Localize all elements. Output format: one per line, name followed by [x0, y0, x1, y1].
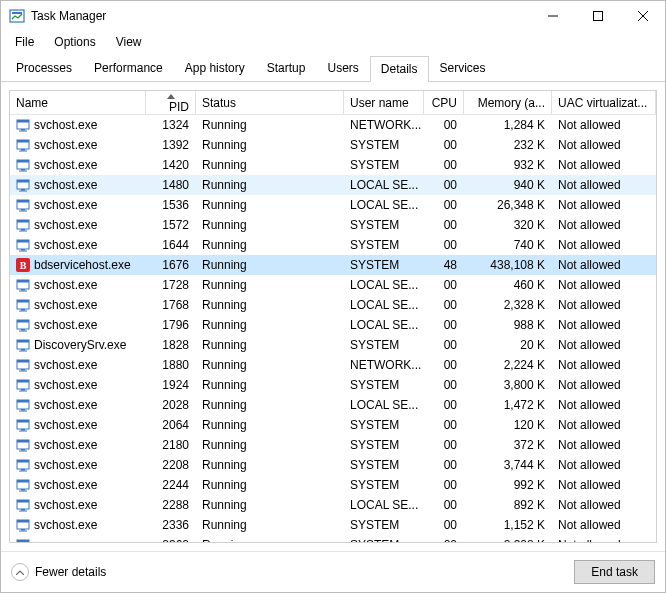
- cell-uac: Not allowed: [552, 395, 656, 415]
- cell-status: Running: [196, 335, 344, 355]
- cell-cpu: 00: [424, 155, 464, 175]
- table-row[interactable]: svchost.exe1768RunningLOCAL SE...002,328…: [10, 295, 656, 315]
- process-list[interactable]: svchost.exe1324RunningNETWORK...001,284 …: [10, 115, 656, 542]
- table-row[interactable]: svchost.exe2336RunningSYSTEM001,152 KNot…: [10, 515, 656, 535]
- cell-name: svchost.exe: [10, 495, 146, 515]
- table-row[interactable]: vmms.exe2360RunningSYSTEM002,308 KNot al…: [10, 535, 656, 542]
- col-header-cpu[interactable]: CPU: [424, 91, 464, 114]
- table-row[interactable]: svchost.exe1572RunningSYSTEM00320 KNot a…: [10, 215, 656, 235]
- cell-name: svchost.exe: [10, 175, 146, 195]
- table-row[interactable]: svchost.exe1796RunningLOCAL SE...00988 K…: [10, 315, 656, 335]
- cell-status: Running: [196, 195, 344, 215]
- cell-name: svchost.exe: [10, 135, 146, 155]
- table-row[interactable]: svchost.exe1392RunningSYSTEM00232 KNot a…: [10, 135, 656, 155]
- cell-cpu: 00: [424, 375, 464, 395]
- cell-status: Running: [196, 155, 344, 175]
- table-row[interactable]: svchost.exe1644RunningSYSTEM00740 KNot a…: [10, 235, 656, 255]
- svg-rect-83: [21, 509, 25, 511]
- table-row[interactable]: svchost.exe2064RunningSYSTEM00120 KNot a…: [10, 415, 656, 435]
- fewer-details-toggle[interactable]: Fewer details: [11, 563, 106, 581]
- cell-name: svchost.exe: [10, 315, 146, 335]
- cell-memory: 438,108 K: [464, 255, 552, 275]
- table-row[interactable]: svchost.exe1536RunningLOCAL SE...0026,34…: [10, 195, 656, 215]
- cell-cpu: 00: [424, 475, 464, 495]
- cell-memory: 120 K: [464, 415, 552, 435]
- svg-rect-25: [21, 209, 25, 211]
- cell-name: svchost.exe: [10, 415, 146, 435]
- menu-view[interactable]: View: [108, 33, 150, 51]
- cell-memory: 3,744 K: [464, 455, 552, 475]
- cell-name: svchost.exe: [10, 375, 146, 395]
- svg-rect-47: [21, 329, 25, 331]
- col-header-memory[interactable]: Memory (a...: [464, 91, 552, 114]
- process-icon: [16, 218, 30, 232]
- process-icon: [16, 438, 30, 452]
- minimize-button[interactable]: [530, 1, 575, 31]
- cell-user: SYSTEM: [344, 515, 424, 535]
- col-header-pid[interactable]: PID: [146, 91, 196, 114]
- table-row[interactable]: svchost.exe1324RunningNETWORK...001,284 …: [10, 115, 656, 135]
- table-row[interactable]: DiscoverySrv.exe1828RunningSYSTEM0020 KN…: [10, 335, 656, 355]
- process-icon: [16, 158, 30, 172]
- cell-pid: 1420: [146, 155, 196, 175]
- svg-rect-12: [17, 140, 29, 143]
- tab-users[interactable]: Users: [316, 55, 369, 81]
- process-icon: [16, 358, 30, 372]
- cell-pid: 1828: [146, 335, 196, 355]
- cell-user: SYSTEM: [344, 255, 424, 275]
- close-button[interactable]: [620, 1, 665, 31]
- process-icon: [16, 138, 30, 152]
- table-row[interactable]: svchost.exe2288RunningLOCAL SE...00892 K…: [10, 495, 656, 515]
- tab-processes[interactable]: Processes: [5, 55, 83, 81]
- process-icon: [16, 118, 30, 132]
- table-row[interactable]: Bbdservicehost.exe1676RunningSYSTEM48438…: [10, 255, 656, 275]
- table-row[interactable]: svchost.exe1420RunningSYSTEM00932 KNot a…: [10, 155, 656, 175]
- col-header-uac[interactable]: UAC virtualizat...: [552, 91, 656, 114]
- maximize-button[interactable]: [575, 1, 620, 31]
- svg-rect-51: [21, 349, 25, 351]
- tab-details[interactable]: Details: [370, 56, 429, 82]
- cell-uac: Not allowed: [552, 455, 656, 475]
- svg-rect-8: [17, 120, 29, 123]
- menu-file[interactable]: File: [7, 33, 42, 51]
- table-row[interactable]: svchost.exe1924RunningSYSTEM003,800 KNot…: [10, 375, 656, 395]
- cell-cpu: 48: [424, 255, 464, 275]
- table-row[interactable]: svchost.exe1480RunningLOCAL SE...00940 K…: [10, 175, 656, 195]
- svg-rect-30: [19, 231, 27, 232]
- cell-name: DiscoverySrv.exe: [10, 335, 146, 355]
- menu-options[interactable]: Options: [46, 33, 103, 51]
- cell-user: SYSTEM: [344, 155, 424, 175]
- table-row[interactable]: svchost.exe2244RunningSYSTEM00992 KNot a…: [10, 475, 656, 495]
- cell-user: SYSTEM: [344, 435, 424, 455]
- cell-uac: Not allowed: [552, 195, 656, 215]
- cell-status: Running: [196, 115, 344, 135]
- cell-status: Running: [196, 135, 344, 155]
- cell-name: Bbdservicehost.exe: [10, 255, 146, 275]
- svg-rect-0: [10, 10, 24, 22]
- cell-status: Running: [196, 535, 344, 542]
- end-task-button[interactable]: End task: [574, 560, 655, 584]
- table-row[interactable]: svchost.exe2028RunningLOCAL SE...001,472…: [10, 395, 656, 415]
- table-row[interactable]: svchost.exe2180RunningSYSTEM00372 KNot a…: [10, 435, 656, 455]
- svg-rect-14: [19, 151, 27, 152]
- titlebar[interactable]: Task Manager: [1, 1, 665, 31]
- col-header-status[interactable]: Status: [196, 91, 344, 114]
- tab-performance[interactable]: Performance: [83, 55, 174, 81]
- cell-uac: Not allowed: [552, 535, 656, 542]
- table-row[interactable]: svchost.exe2208RunningSYSTEM003,744 KNot…: [10, 455, 656, 475]
- process-icon: [16, 278, 30, 292]
- svg-rect-44: [19, 311, 27, 312]
- cell-cpu: 00: [424, 335, 464, 355]
- table-row[interactable]: svchost.exe1728RunningLOCAL SE...00460 K…: [10, 275, 656, 295]
- table-row[interactable]: svchost.exe1880RunningNETWORK...002,224 …: [10, 355, 656, 375]
- col-header-name[interactable]: Name: [10, 91, 146, 114]
- cell-cpu: 00: [424, 515, 464, 535]
- cell-pid: 2028: [146, 395, 196, 415]
- column-headers: Name PID Status User name CPU Memory (a.…: [10, 91, 656, 115]
- cell-user: SYSTEM: [344, 335, 424, 355]
- tab-services[interactable]: Services: [429, 55, 497, 81]
- col-header-user[interactable]: User name: [344, 91, 424, 114]
- tab-startup[interactable]: Startup: [256, 55, 317, 81]
- tab-app-history[interactable]: App history: [174, 55, 256, 81]
- svg-rect-60: [19, 391, 27, 392]
